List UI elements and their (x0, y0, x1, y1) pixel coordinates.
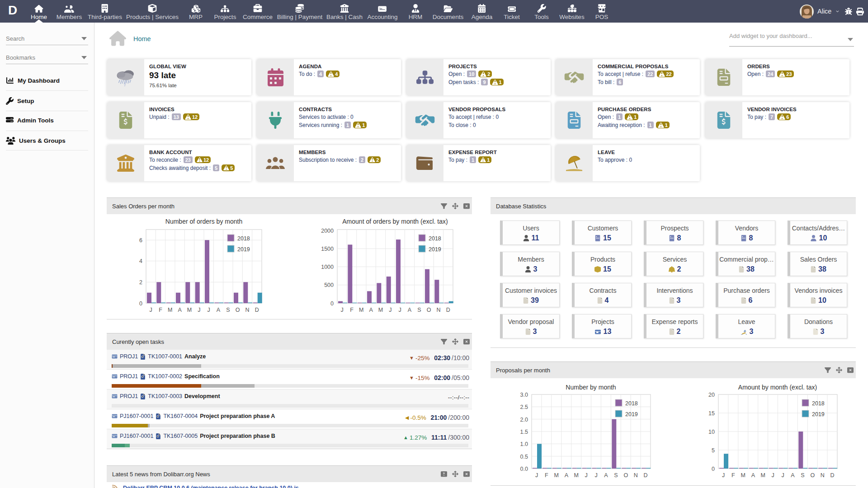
svg-text:1.5: 1.5 (520, 429, 528, 435)
svg-text:2018: 2018 (429, 235, 441, 242)
svg-text:15: 15 (708, 410, 715, 417)
svg-text:F: F (159, 307, 162, 313)
svg-text:Number of orders by month: Number of orders by month (165, 218, 242, 225)
svg-text:1000: 1000 (321, 264, 334, 270)
svg-text:O: O (236, 307, 240, 313)
svg-text:2.5: 2.5 (520, 404, 528, 410)
svg-text:A: A (217, 307, 221, 313)
svg-text:10: 10 (708, 429, 715, 435)
svg-text:S: S (417, 307, 421, 313)
svg-text:20: 20 (708, 392, 715, 398)
svg-text:2018: 2018 (237, 235, 250, 242)
svg-text:0.0: 0.0 (520, 466, 528, 472)
svg-text:S: S (801, 472, 804, 479)
svg-text:F: F (731, 472, 735, 479)
svg-text:M: M (554, 472, 559, 479)
svg-text:O: O (810, 472, 815, 479)
svg-text:M: M (168, 307, 172, 313)
svg-text:1.0: 1.0 (520, 441, 528, 447)
svg-text:A: A (565, 472, 569, 479)
svg-text:2000: 2000 (321, 228, 334, 234)
svg-text:Number by month: Number by month (566, 384, 616, 391)
svg-text:A: A (178, 307, 182, 313)
svg-text:A: A (369, 307, 373, 313)
svg-text:J: J (771, 472, 774, 479)
svg-text:D: D (446, 307, 450, 313)
svg-text:J: J (781, 472, 784, 479)
svg-text:2018: 2018 (812, 400, 825, 407)
svg-text:2018: 2018 (625, 400, 638, 407)
svg-text:O: O (623, 472, 628, 479)
svg-text:Amount of orders by month (exc: Amount of orders by month (excl. tax) (342, 218, 448, 225)
svg-text:2019: 2019 (625, 411, 638, 418)
svg-text:N: N (821, 472, 825, 479)
svg-text:2019: 2019 (812, 411, 825, 418)
svg-text:J: J (399, 307, 401, 313)
svg-text:3.0: 3.0 (520, 392, 528, 398)
svg-text:N: N (436, 307, 440, 313)
svg-text:0: 0 (139, 300, 142, 307)
svg-text:J: J (208, 307, 210, 313)
svg-text:D: D (830, 472, 835, 479)
svg-text:2.0: 2.0 (520, 417, 528, 423)
svg-text:5: 5 (712, 447, 715, 454)
svg-text:0: 0 (712, 466, 715, 472)
svg-text:M: M (741, 472, 745, 479)
svg-text:M: M (378, 307, 383, 313)
svg-text:S: S (226, 307, 230, 313)
svg-text:J: J (722, 472, 725, 479)
svg-text:500: 500 (324, 282, 334, 288)
svg-text:J: J (535, 472, 538, 479)
svg-text:1500: 1500 (321, 246, 334, 252)
svg-text:2019: 2019 (429, 246, 441, 253)
svg-text:M: M (760, 472, 765, 479)
svg-text:N: N (634, 472, 638, 479)
svg-text:A: A (408, 307, 412, 313)
svg-text:6: 6 (139, 237, 142, 244)
svg-text:J: J (585, 472, 587, 479)
svg-text:2: 2 (139, 279, 142, 286)
svg-text:A: A (751, 472, 755, 479)
svg-text:S: S (614, 472, 618, 479)
svg-text:F: F (545, 472, 548, 479)
svg-text:4: 4 (139, 258, 142, 264)
svg-text:0.5: 0.5 (520, 454, 528, 460)
svg-text:D: D (644, 472, 648, 479)
svg-text:J: J (594, 472, 597, 479)
svg-text:A: A (791, 472, 795, 479)
svg-text:O: O (427, 307, 431, 313)
svg-text:J: J (198, 307, 200, 313)
svg-text:N: N (245, 307, 249, 313)
svg-text:J: J (389, 307, 392, 313)
svg-text:0: 0 (330, 300, 334, 307)
svg-text:J: J (341, 307, 344, 313)
svg-text:M: M (574, 472, 578, 479)
svg-text:A: A (604, 472, 608, 479)
svg-text:2019: 2019 (237, 246, 250, 253)
svg-text:D: D (255, 307, 259, 313)
svg-text:J: J (150, 307, 152, 313)
svg-text:M: M (187, 307, 192, 313)
svg-text:F: F (350, 307, 354, 313)
svg-text:M: M (359, 307, 363, 313)
svg-text:Amount by month (excl. tax): Amount by month (excl. tax) (738, 384, 817, 391)
